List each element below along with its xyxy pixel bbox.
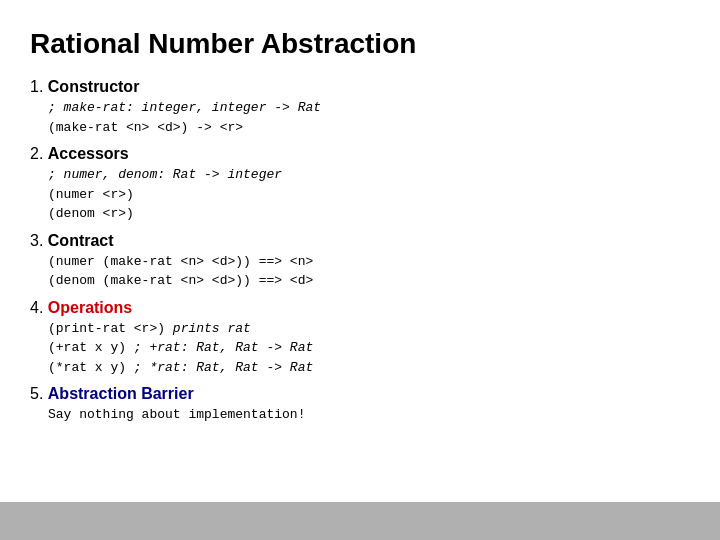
section-label-operations: Operations	[48, 299, 132, 316]
section-operations: 4. Operations (print-rat <r>) prints rat…	[30, 299, 690, 378]
section-label-accessors: Accessors	[48, 145, 129, 162]
code-line: (numer (make-rat <n> <d>)) ==> <n>	[48, 252, 690, 272]
code-line: (denom <r>)	[48, 204, 690, 224]
slide: Rational Number Abstraction 1. Construct…	[0, 0, 720, 540]
section-label-contract: Contract	[48, 232, 114, 249]
section-heading-contract: 3. Contract	[30, 232, 690, 250]
code-comment: ; make-rat: integer, integer -> Rat	[48, 100, 321, 115]
code-comment: ; *rat: Rat, Rat -> Rat	[134, 360, 313, 375]
bottom-bar	[0, 502, 720, 540]
code-line: (make-rat <n> <d>) -> <r>	[48, 118, 690, 138]
section-heading-constructor: 1. Constructor	[30, 78, 690, 96]
section-number-3: 3.	[30, 232, 48, 249]
section-heading-accessors: 2. Accessors	[30, 145, 690, 163]
section-label-constructor: Constructor	[48, 78, 140, 95]
section-constructor: 1. Constructor ; make-rat: integer, inte…	[30, 78, 690, 137]
code-block-operations: (print-rat <r>) prints rat (+rat x y) ; …	[48, 319, 690, 378]
code-line: ; make-rat: integer, integer -> Rat	[48, 98, 690, 118]
code-comment: ; numer, denom: Rat -> integer	[48, 167, 282, 182]
content-area: 1. Constructor ; make-rat: integer, inte…	[30, 78, 690, 520]
section-contract: 3. Contract (numer (make-rat <n> <d>)) =…	[30, 232, 690, 291]
slide-title: Rational Number Abstraction	[30, 28, 690, 60]
code-line: (*rat x y) ; *rat: Rat, Rat -> Rat	[48, 358, 690, 378]
section-heading-operations: 4. Operations	[30, 299, 690, 317]
code-block-constructor: ; make-rat: integer, integer -> Rat (mak…	[48, 98, 690, 137]
section-number-5: 5.	[30, 385, 48, 402]
section-abstraction-barrier: 5. Abstraction Barrier Say nothing about…	[30, 385, 690, 425]
code-comment: prints rat	[173, 321, 251, 336]
code-line: (denom (make-rat <n> <d>)) ==> <d>	[48, 271, 690, 291]
code-comment: ; +rat: Rat, Rat -> Rat	[134, 340, 313, 355]
section-label-abstraction-barrier: Abstraction Barrier	[48, 385, 194, 402]
code-block-contract: (numer (make-rat <n> <d>)) ==> <n> (deno…	[48, 252, 690, 291]
section-number-4: 4.	[30, 299, 48, 316]
code-block-accessors: ; numer, denom: Rat -> integer (numer <r…	[48, 165, 690, 224]
section-number-1: 1.	[30, 78, 48, 95]
section-accessors: 2. Accessors ; numer, denom: Rat -> inte…	[30, 145, 690, 224]
section-number-2: 2.	[30, 145, 48, 162]
code-block-abstraction-barrier: Say nothing about implementation!	[48, 405, 690, 425]
code-line: ; numer, denom: Rat -> integer	[48, 165, 690, 185]
code-line: (+rat x y) ; +rat: Rat, Rat -> Rat	[48, 338, 690, 358]
code-line: (print-rat <r>) prints rat	[48, 319, 690, 339]
code-line: Say nothing about implementation!	[48, 405, 690, 425]
section-heading-abstraction-barrier: 5. Abstraction Barrier	[30, 385, 690, 403]
code-line: (numer <r>)	[48, 185, 690, 205]
